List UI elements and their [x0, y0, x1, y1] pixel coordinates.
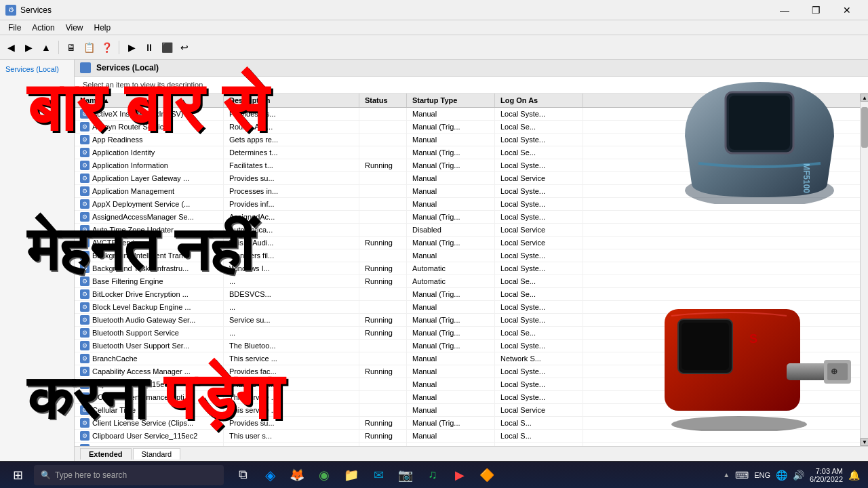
table-row[interactable]: BranchCache This service ... Manual Netw… — [75, 352, 860, 365]
notification-icon[interactable]: 🔔 — [848, 470, 860, 481]
play-button[interactable]: ▶ — [123, 39, 140, 56]
table-row[interactable]: Cellular Time This service ... Manual Lo… — [75, 404, 860, 417]
scrollbar-thumb[interactable] — [861, 107, 868, 148]
properties-button[interactable]: 📋 — [81, 39, 97, 56]
taskbar-app-firefox[interactable]: 🦊 — [285, 463, 309, 487]
table-row[interactable]: Capability Access Manager ... Provides f… — [75, 365, 860, 378]
cell-startup: Manual — [407, 198, 495, 210]
back-button[interactable]: ◀ — [3, 39, 19, 56]
cell-logon: Local Service — [495, 224, 583, 236]
col-name[interactable]: Name ▲ — [75, 94, 224, 107]
restart-button[interactable]: ↩ — [176, 39, 193, 56]
taskbar-app-vlc[interactable]: 🔶 — [475, 463, 499, 487]
taskbar-app-spotify[interactable]: ♫ — [420, 463, 445, 487]
cell-name: Application Layer Gateway ... — [75, 172, 224, 184]
col-description[interactable]: Description — [224, 94, 359, 107]
cell-name: AllJoyn Router Service — [75, 121, 224, 133]
scrollbar-track[interactable]: ▲ ▼ — [860, 94, 868, 446]
service-icon — [80, 225, 90, 235]
taskbar-app-taskview[interactable]: ⧉ — [231, 463, 255, 487]
table-row[interactable]: Auto Time Zone Updater Automatica... Dis… — [75, 224, 860, 237]
cell-logon: Local S... — [495, 417, 583, 429]
col-logon[interactable]: Log On As — [495, 94, 583, 107]
table-row[interactable]: AssignedAccessManager Se... AssignedAc..… — [75, 211, 860, 224]
table-row[interactable]: Client License Service (Clips... Provide… — [75, 417, 860, 430]
cell-startup: Disabled — [407, 224, 495, 236]
table-row[interactable]: CCleaner Performance Opti... This servic… — [75, 391, 860, 404]
table-row[interactable]: AllJoyn Router Service Routes AllJ... Ma… — [75, 121, 860, 134]
taskbar-app-mail[interactable]: ✉ — [366, 463, 391, 487]
close-button[interactable]: ✕ — [831, 0, 863, 20]
language-indicator[interactable]: ENG — [754, 471, 770, 479]
show-console-tree-button[interactable]: 🖥 — [63, 39, 79, 56]
table-row[interactable]: Block Level Backup Engine ... ... Manual… — [75, 301, 860, 314]
menu-action[interactable]: Action — [26, 22, 60, 34]
restore-button[interactable]: ❒ — [800, 0, 831, 20]
system-tray-chevron[interactable]: ▲ — [723, 471, 730, 479]
table-row[interactable]: Base Filtering Engine ... Running Automa… — [75, 275, 860, 288]
table-row[interactable]: BitLocker Drive Encryption ... BDESVCS..… — [75, 288, 860, 301]
cell-status — [359, 301, 407, 313]
col-status[interactable]: Status — [359, 94, 407, 107]
menu-view[interactable]: View — [60, 22, 89, 34]
cell-name: Bluetooth Audio Gateway Ser... — [75, 314, 224, 326]
table-row[interactable]: Clipboard User Service_115ec2 This user … — [75, 430, 860, 443]
up-button[interactable]: ▲ — [38, 39, 54, 56]
taskbar-right: ▲ ⌨ ENG 🌐 🔊 7:03 AM 6/20/2022 🔔 — [723, 467, 865, 483]
cell-startup: Manual — [407, 430, 495, 442]
table-row[interactable]: Application Identity Determines t... Man… — [75, 146, 860, 159]
menu-file[interactable]: File — [3, 22, 26, 34]
minimize-button[interactable]: ― — [769, 0, 800, 20]
taskbar-app-chrome[interactable]: ◉ — [312, 463, 336, 487]
table-row[interactable]: ActiveX Installer (AxInstSV) Provides Us… — [75, 108, 860, 121]
scroll-up-arrow[interactable]: ▲ — [861, 94, 868, 102]
table-row[interactable]: AVCTP service This is Audi... Running Ma… — [75, 237, 860, 249]
taskbar-app-edge[interactable]: ◈ — [258, 463, 282, 487]
table-row[interactable]: AppX Deployment Service (... Provides in… — [75, 198, 860, 211]
volume-icon[interactable]: 🔊 — [793, 470, 804, 481]
forward-button[interactable]: ▶ — [20, 39, 37, 56]
service-icon — [80, 135, 90, 144]
service-icon — [80, 315, 90, 325]
cell-startup: Manual (Trig... — [407, 327, 495, 339]
table-row[interactable]: Application Information Facilitates t...… — [75, 159, 860, 172]
scroll-down-arrow[interactable]: ▼ — [861, 438, 868, 446]
col-startup[interactable]: Startup Type — [407, 94, 495, 107]
table-row[interactable]: Bluetooth Audio Gateway Ser... Service s… — [75, 314, 860, 327]
cell-status: Running — [359, 314, 407, 326]
table-row[interactable]: Bluetooth User Support Ser... The Blueto… — [75, 340, 860, 352]
cell-startup: Manual — [407, 185, 495, 197]
cell-status: Running — [359, 327, 407, 339]
sidebar-item-services-local[interactable]: Services (Local) — [5, 65, 59, 73]
service-icon — [80, 238, 90, 247]
taskbar-app-camera[interactable]: 📷 — [393, 463, 418, 487]
table-row[interactable]: Application Management Processes in... M… — [75, 185, 860, 198]
table-row[interactable]: Background Tasks Infrastru... Windows I.… — [75, 262, 860, 275]
table-row[interactable]: CaptureService_115ec2 Enables opti... Ma… — [75, 378, 860, 391]
search-icon: 🔍 — [41, 470, 51, 480]
cell-startup: Manual (Trig... — [407, 314, 495, 326]
taskbar-clock[interactable]: 7:03 AM 6/20/2022 — [810, 467, 843, 483]
taskbar-apps: ⧉ ◈ 🦊 ◉ 📁 ✉ 📷 ♫ ▶ 🔶 — [231, 463, 499, 487]
table-row[interactable]: App Readiness Gets apps re... Manual Loc… — [75, 134, 860, 146]
start-button[interactable]: ⊞ — [3, 463, 33, 487]
tab-standard[interactable]: Standard — [133, 448, 181, 460]
table-row[interactable]: Background Intelligent Tran... Transfers… — [75, 249, 860, 262]
pause-button[interactable]: ⏸ — [141, 39, 157, 56]
taskbar-app-explorer[interactable]: 📁 — [339, 463, 363, 487]
cell-startup: Manual — [407, 404, 495, 416]
stop-button[interactable]: ⬛ — [159, 39, 175, 56]
tab-extended[interactable]: Extended — [80, 448, 132, 460]
taskbar-search[interactable]: 🔍 Type here to search — [34, 465, 224, 485]
table-row[interactable]: Application Layer Gateway ... Provides s… — [75, 172, 860, 185]
service-icon — [80, 264, 90, 273]
help-button[interactable]: ❓ — [98, 39, 115, 56]
table-row[interactable]: Bluetooth Support Service ... Running Ma… — [75, 327, 860, 340]
menu-help[interactable]: Help — [89, 22, 117, 34]
network-icon[interactable]: 🌐 — [776, 470, 787, 481]
service-icon — [80, 212, 90, 222]
cell-logon: Local Syste... — [495, 365, 583, 378]
cell-startup: Manual (Trig... — [407, 121, 495, 133]
cell-description: This service ... — [224, 391, 359, 403]
taskbar-app-media[interactable]: ▶ — [448, 463, 472, 487]
